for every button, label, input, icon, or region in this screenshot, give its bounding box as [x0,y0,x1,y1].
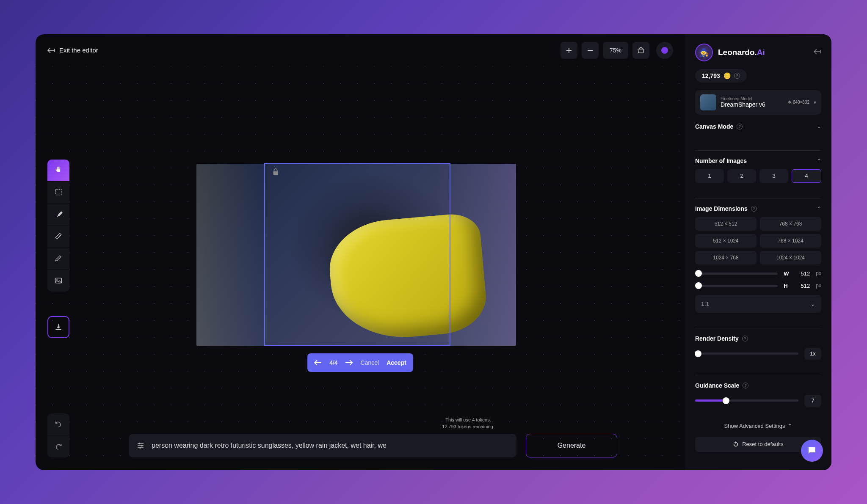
undo-button[interactable] [47,413,69,435]
guidance-slider[interactable] [695,399,798,402]
brand-logo-icon: 🧙 [695,44,713,61]
prev-arrow-icon[interactable] [314,360,322,366]
brush-tool[interactable] [47,204,69,226]
chevron-down-icon[interactable]: ⌄ [817,124,821,129]
svg-point-3 [138,443,140,444]
exit-label: Exit the editor [59,47,98,54]
dim-preset[interactable]: 1024 × 768 [695,251,757,264]
num-images-1[interactable]: 1 [695,169,724,183]
chat-fab[interactable] [801,440,823,462]
user-avatar[interactable] [656,42,673,59]
review-counter: 4/4 [329,359,337,366]
num-images-label: Number of Images [695,157,747,164]
generated-image[interactable] [196,164,516,346]
pan-tool[interactable] [47,160,69,182]
render-density-slider[interactable] [695,353,798,355]
help-icon[interactable]: ? [734,73,740,79]
basket-icon[interactable] [632,42,649,59]
render-density-value: 1x [804,348,821,360]
width-slider[interactable] [695,273,778,275]
svg-rect-0 [55,189,61,195]
redo-button[interactable] [47,435,69,457]
tool-sidebar [47,160,69,292]
chevron-up-icon[interactable]: ⌃ [817,158,821,164]
history-controls [47,413,69,457]
dim-preset[interactable]: 512 × 512 [695,217,757,231]
dim-preset[interactable]: 768 × 768 [760,217,821,231]
brand: 🧙 Leonardo.Ai [695,44,765,61]
canvas[interactable]: 4/4 Cancel Accept This will use 4 tokens… [36,66,685,470]
lock-icon [272,168,280,176]
num-images-3[interactable]: 3 [759,169,788,183]
help-icon[interactable]: ? [751,206,757,212]
help-icon[interactable]: ? [743,383,748,388]
width-value: 512 [797,270,810,277]
cancel-button[interactable]: Cancel [361,359,379,366]
zoom-level[interactable]: 75% [603,42,628,59]
svg-point-5 [139,447,141,449]
show-advanced-link[interactable]: Show Advanced Settings⌃ [695,423,821,429]
exit-editor-button[interactable]: Exit the editor [47,47,98,54]
num-images-4[interactable]: 4 [792,169,821,183]
dim-preset[interactable]: 1024 × 1024 [760,251,821,264]
model-selector[interactable]: Finetuned Model DreamShaper v6 ✥640×832 … [695,90,821,115]
select-tool[interactable] [47,182,69,204]
pen-tool[interactable] [47,248,69,270]
help-icon[interactable]: ? [737,124,743,129]
settings-sliders-icon[interactable] [136,441,145,450]
guidance-value: 7 [804,395,821,407]
svg-point-4 [141,445,143,446]
height-value: 512 [797,283,810,289]
image-tool[interactable] [47,270,69,292]
model-name: DreamShaper v6 [721,101,784,108]
download-button[interactable] [47,316,69,338]
collapse-sidebar-button[interactable] [814,49,821,56]
chevron-down-icon: ▾ [814,99,816,105]
chevron-up-icon: ⌃ [787,423,792,429]
height-slider[interactable] [695,285,778,287]
aspect-ratio-select[interactable]: 1:1 ⌄ [695,295,821,313]
model-native-dim: ✥640×832 [788,100,809,105]
prompt-input[interactable]: person wearing dark retro futuristic sun… [129,434,516,457]
dim-preset[interactable]: 768 × 1024 [760,234,821,248]
chevron-up-icon[interactable]: ⌃ [817,206,821,212]
prompt-text: person wearing dark retro futuristic sun… [152,442,509,449]
zoom-in-button[interactable] [561,42,577,59]
image-dims-label: Image Dimensions [695,205,748,212]
zoom-out-button[interactable] [582,42,599,59]
coin-icon: 🪙 [723,72,731,79]
chevron-down-icon: ⌄ [810,300,815,307]
num-images-2[interactable]: 2 [727,169,756,183]
num-images-options: 1 2 3 4 [695,169,821,183]
canvas-mode-label: Canvas Mode [695,123,733,130]
token-info: This will use 4 tokens. 12,793 tokens re… [442,416,494,430]
model-type-label: Finetuned Model [721,96,784,101]
next-arrow-icon[interactable] [345,360,353,366]
model-thumb [700,94,716,110]
token-balance-chip[interactable]: 12,793 🪙 ? [695,69,747,83]
generate-button[interactable]: Generate [526,434,617,457]
eraser-tool[interactable] [47,226,69,248]
guidance-label: Guidance Scale [695,382,739,389]
accept-button[interactable]: Accept [387,359,406,366]
dim-preset[interactable]: 512 × 1024 [695,234,757,248]
help-icon[interactable]: ? [742,336,748,342]
render-density-label: Render Density [695,335,739,342]
settings-sidebar: 🧙 Leonardo.Ai 12,793 🪙 ? Finetuned Model… [685,34,831,470]
review-bar: 4/4 Cancel Accept [307,353,413,372]
